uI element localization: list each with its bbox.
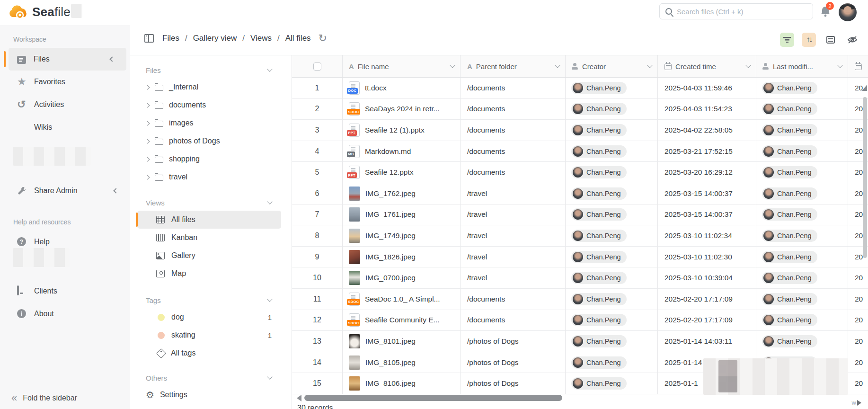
creator-pill[interactable]: Chan.Peng	[571, 314, 627, 326]
modifier-pill[interactable]: Chan.Peng	[762, 251, 817, 263]
creator-cell[interactable]: Chan.Peng	[566, 162, 658, 183]
table-row[interactable]: 12 SDOC Seafile Community E... /document…	[292, 310, 868, 331]
parent-folder-cell[interactable]: /documents	[461, 162, 566, 183]
creator-pill[interactable]: Chan.Peng	[571, 251, 627, 263]
parent-folder-cell[interactable]: /photos of Dogs	[461, 352, 566, 373]
creator-cell[interactable]: Chan.Peng	[566, 204, 658, 226]
last-modifier-cell[interactable]: Chan.Peng	[756, 120, 848, 141]
others-section-heading[interactable]: Others	[130, 370, 292, 386]
modifier-pill[interactable]: Chan.Peng	[762, 124, 817, 136]
row-number-cell[interactable]: 1	[292, 78, 343, 99]
file-name[interactable]: IMG_8106.jpeg	[365, 379, 416, 388]
breadcrumb-item-all-files[interactable]: All files	[285, 34, 311, 43]
row-number-cell[interactable]: 14	[292, 352, 343, 373]
parent-folder-cell[interactable]: /travel	[461, 204, 566, 226]
table-row[interactable]: 9 IMG_1826.jpeg /travel Chan.Peng 2025-0…	[292, 247, 868, 268]
folder-tree-item[interactable]: images	[130, 114, 292, 132]
creator-cell[interactable]: Chan.Peng	[566, 141, 658, 162]
creator-cell[interactable]: Chan.Peng	[566, 267, 658, 289]
expand-chevron-icon[interactable]	[145, 139, 150, 143]
created-time-cell[interactable]: 2025-02-20 17:17:09	[658, 310, 756, 331]
modifier-pill[interactable]: Chan.Peng	[762, 145, 817, 158]
chevron-down-icon[interactable]	[837, 62, 842, 68]
last-modifier-cell[interactable]: Chan.Peng	[756, 289, 848, 310]
file-name-cell[interactable]: IMG_8101.jpeg	[343, 331, 461, 352]
breadcrumb-item-files[interactable]: Files	[162, 34, 179, 43]
horizontal-scroll-thumb[interactable]	[304, 395, 562, 401]
parent-folder-cell[interactable]: /photos of Dogs	[461, 373, 566, 394]
last-modifier-cell[interactable]: Chan.Peng	[756, 78, 848, 99]
folder-tree-item[interactable]: _Internal	[130, 78, 292, 96]
modifier-pill[interactable]: Chan.Peng	[762, 187, 817, 200]
file-name[interactable]: Seafile 12.pptx	[365, 168, 414, 177]
last-modified-time-cell[interactable]: 20	[848, 373, 868, 394]
chevron-down-icon[interactable]	[647, 62, 652, 68]
file-name[interactable]: IMG_0700.jpeg	[365, 274, 416, 282]
last-modifier-cell[interactable]: Chan.Peng	[756, 247, 848, 268]
files-section-heading[interactable]: Files	[130, 62, 292, 78]
creator-pill[interactable]: Chan.Peng	[571, 272, 627, 284]
creator-cell[interactable]: Chan.Peng	[566, 310, 658, 331]
file-name[interactable]: tt.docx	[365, 84, 387, 92]
filter-button[interactable]	[780, 33, 794, 47]
parent-folder-cell[interactable]: /photos of Dogs	[461, 331, 566, 352]
views-section-heading[interactable]: Views	[130, 195, 292, 211]
file-name[interactable]: Seafile 12 (1).pptx	[365, 126, 425, 134]
file-name-cell[interactable]: IMG_1762.jpeg	[343, 183, 461, 204]
file-name[interactable]: IMG_8105.jpeg	[365, 358, 416, 367]
creator-pill[interactable]: Chan.Peng	[571, 230, 627, 242]
created-time-cell[interactable]: 2025-03-10 11:02:30	[658, 247, 756, 268]
modifier-pill[interactable]: Chan.Peng	[762, 103, 817, 115]
user-avatar[interactable]	[839, 3, 857, 21]
file-name[interactable]: IMG_8101.jpeg	[365, 337, 416, 346]
scroll-right-arrow-icon[interactable]	[857, 400, 861, 406]
tag-item[interactable]: skating 1	[130, 326, 292, 344]
creator-cell[interactable]: Chan.Peng	[566, 99, 658, 120]
column-header-created-time[interactable]: Created time	[658, 55, 756, 77]
created-time-cell[interactable]: 2025-02-20 17:17:09	[658, 289, 756, 310]
last-modifier-cell[interactable]: Chan.Peng	[756, 162, 848, 183]
parent-folder-cell[interactable]: /travel	[461, 267, 566, 289]
sidebar-item-favorites[interactable]: ★ Favorites	[0, 71, 130, 93]
file-name-cell[interactable]: IMG_8106.jpeg	[343, 373, 461, 394]
modifier-pill[interactable]: Chan.Peng	[762, 208, 817, 221]
breadcrumb-item-gallery-view[interactable]: Gallery view	[193, 34, 237, 43]
table-row[interactable]: 5 PPT Seafile 12.pptx /documents Chan.Pe…	[292, 162, 868, 183]
created-time-cell[interactable]: 2025-03-10 11:02:34	[658, 225, 756, 247]
folder-tree-item[interactable]: shopping	[130, 150, 292, 168]
file-name-cell[interactable]: IMG_1749.jpeg	[343, 225, 461, 247]
row-number-cell[interactable]: 2	[292, 99, 343, 120]
file-name-cell[interactable]: IMG_1826.jpeg	[343, 247, 461, 268]
file-name-cell[interactable]: SDOC Seafile Community E...	[343, 310, 461, 331]
expand-chevron-icon[interactable]	[145, 103, 150, 107]
parent-folder-cell[interactable]: /documents	[461, 310, 566, 331]
all-tags-item[interactable]: All tags	[130, 344, 292, 362]
parent-folder-cell[interactable]: /documents	[461, 99, 566, 120]
parent-folder-cell[interactable]: /documents	[461, 289, 566, 310]
creator-pill[interactable]: Chan.Peng	[571, 82, 627, 94]
file-name[interactable]: SeaDays 2024 in retr...	[365, 105, 440, 113]
modifier-pill[interactable]: Chan.Peng	[762, 82, 817, 94]
view-item[interactable]: All files	[137, 211, 281, 229]
creator-pill[interactable]: Chan.Peng	[571, 293, 627, 305]
creator-pill[interactable]: Chan.Peng	[571, 377, 627, 390]
row-number-cell[interactable]: 11	[292, 289, 343, 310]
vertical-scrollbar[interactable]	[863, 97, 867, 258]
expand-chevron-icon[interactable]	[145, 175, 150, 179]
toggle-panel-icon[interactable]	[144, 34, 154, 43]
file-name-cell[interactable]: IMG_8105.jpeg	[343, 352, 461, 373]
last-modified-time-cell[interactable]: 20	[848, 289, 868, 310]
row-number-cell[interactable]: 8	[292, 225, 343, 247]
created-time-cell[interactable]: 2025-03-15 14:00:37	[658, 183, 756, 204]
file-name-cell[interactable]: MD Markdown.md	[343, 141, 461, 162]
expand-chevron-icon[interactable]	[145, 85, 150, 89]
parent-folder-cell[interactable]: /documents	[461, 78, 566, 99]
creator-cell[interactable]: Chan.Peng	[566, 225, 658, 247]
creator-cell[interactable]: Chan.Peng	[566, 373, 658, 394]
collapse-chevron-icon[interactable]	[113, 188, 118, 193]
tags-section-heading[interactable]: Tags	[130, 292, 292, 308]
creator-pill[interactable]: Chan.Peng	[571, 145, 627, 158]
scroll-left-arrow-icon[interactable]	[297, 395, 301, 401]
file-name[interactable]: IMG_1762.jpeg	[365, 189, 416, 198]
row-number-cell[interactable]: 4	[292, 141, 343, 162]
